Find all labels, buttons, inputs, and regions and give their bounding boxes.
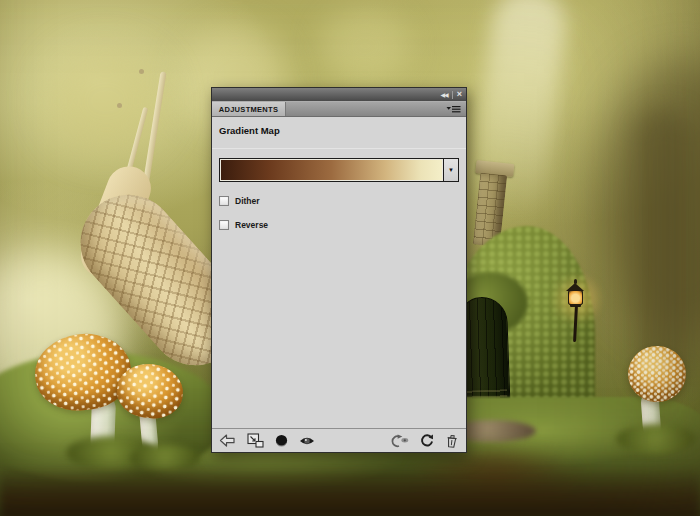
gradient-swatch[interactable] [220, 159, 443, 181]
panel-menu-icon [446, 105, 461, 114]
adjustment-sphere-button[interactable] [275, 434, 288, 448]
delete-adjustment-button[interactable] [445, 434, 459, 448]
chevron-down-icon: ▼ [448, 167, 454, 173]
panel-footer-toolbar [212, 428, 466, 452]
snail-tentacle-tip [117, 103, 122, 108]
titlebar-divider [452, 91, 453, 99]
dither-checkbox[interactable] [219, 196, 229, 206]
panel-menu-button[interactable] [441, 102, 466, 116]
previous-state-icon [389, 434, 409, 448]
gradient-dropdown-button[interactable]: ▼ [443, 159, 458, 181]
reverse-option: Reverse [219, 220, 459, 230]
tab-adjustments[interactable]: ADJUSTMENTS [212, 102, 286, 116]
collapse-to-icons-icon[interactable]: ◀◀ [441, 92, 448, 98]
view-previous-state-button[interactable] [389, 434, 409, 448]
reverse-label: Reverse [235, 220, 268, 230]
gradient-picker[interactable]: ▼ [219, 158, 459, 182]
adjustment-title: Gradient Map [219, 125, 459, 136]
foreground-blur [0, 466, 700, 516]
content-spacer [219, 230, 459, 428]
adjustments-panel: ◀◀ × ADJUSTMENTS Gradient Map ▼ [211, 87, 467, 453]
moss-tuft [616, 424, 696, 454]
tab-label: ADJUSTMENTS [219, 105, 279, 114]
clip-to-layer-button[interactable] [247, 433, 264, 448]
return-to-adjustment-list-button[interactable] [219, 434, 236, 447]
trash-icon [444, 433, 459, 448]
reset-icon [420, 434, 434, 448]
black-sphere-icon [275, 434, 288, 448]
separator [212, 148, 466, 149]
arrow-left-icon [219, 434, 236, 447]
panel-tab-row: ADJUSTMENTS [212, 101, 466, 117]
panel-content: Gradient Map ▼ Dither Reverse [212, 117, 466, 428]
eye-icon [299, 436, 315, 446]
panel-titlebar[interactable]: ◀◀ × [212, 88, 466, 101]
snail-tentacle-tip [139, 69, 144, 74]
dither-option: Dither [219, 196, 459, 206]
lantern-finial [574, 279, 577, 284]
tab-row-spacer [286, 102, 441, 116]
lantern-lamp [568, 290, 583, 305]
reverse-checkbox[interactable] [219, 220, 229, 230]
toggle-layer-visibility-button[interactable] [299, 436, 315, 446]
dither-label: Dither [235, 196, 260, 206]
clip-to-layer-icon [247, 433, 264, 448]
close-icon[interactable]: × [457, 90, 462, 99]
reset-to-defaults-button[interactable] [420, 434, 434, 448]
screenshot-root: ◀◀ × ADJUSTMENTS Gradient Map ▼ [0, 0, 700, 516]
